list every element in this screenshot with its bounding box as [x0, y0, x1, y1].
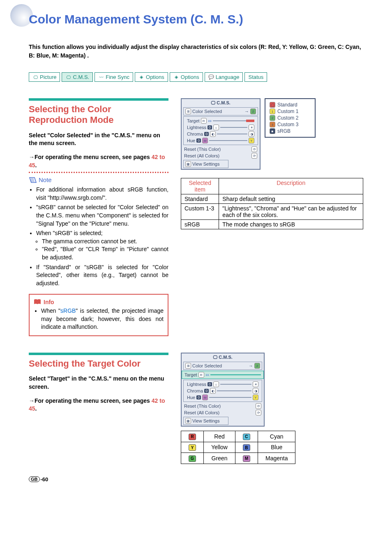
r-chip-icon: R: [198, 372, 204, 378]
table-row: sRGBThe mode changes to sRGB: [181, 220, 363, 229]
cms-icon: 🖵: [65, 74, 71, 80]
table-row: Y Yellow B Blue: [181, 442, 295, 453]
tab-options-1[interactable]: ◈Options: [135, 72, 168, 82]
note-heading: Note: [29, 176, 168, 183]
palette-icon: ⊞: [185, 108, 191, 114]
osd-chroma: Chroma0◐◑: [184, 131, 257, 137]
osd-view-settings: ▦View Settings: [183, 417, 228, 425]
table-row: R Red C Cyan: [181, 431, 295, 442]
chroma-icon: ◐: [210, 388, 216, 394]
osd-reset-this: Reset (This Color)⟳: [182, 403, 264, 409]
section-heading-color-mode: Selecting the Color Reproduction Mode: [29, 104, 168, 126]
custom-1-icon: 1: [270, 108, 275, 114]
custom-2-icon: 2: [254, 363, 260, 369]
note-list: For additional information about sRGB fu…: [29, 186, 168, 287]
view-icon: ▦: [185, 418, 191, 424]
wave-icon: 〰: [98, 74, 104, 80]
b-chip-icon: B: [243, 444, 250, 451]
chroma-icon: ◑: [249, 131, 254, 137]
note-subitem: "Red", "Blue" or "CLR Temp" in "Picture"…: [42, 245, 168, 261]
popup-item-custom2: 2Custom 2: [270, 115, 311, 121]
m-chip-icon: M: [202, 138, 208, 143]
page-footer: GB-60: [29, 476, 363, 482]
table-row: StandardSharp default setting: [181, 194, 363, 204]
tab-cms[interactable]: 🖵C.M.S.: [62, 72, 93, 82]
note-subitem: The gamma correction cannot be set.: [42, 238, 168, 246]
info-list: When "sRGB" is selected, the projected i…: [34, 307, 164, 331]
diamond-icon: ◈: [138, 74, 144, 80]
sun-icon: ☼: [213, 125, 219, 130]
r-chip-icon: R: [201, 118, 207, 124]
osd-chroma: Chroma0◐◑: [184, 388, 261, 394]
info-item: When "sRGB" is selected, the projected i…: [41, 307, 164, 331]
gb-badge: GB: [29, 476, 40, 482]
section-heading-target: Selecting the Target Color: [29, 358, 168, 369]
chroma-icon: ◑: [253, 388, 258, 394]
popup-item-custom3: 3Custom 3: [270, 121, 311, 128]
section-divider: [29, 98, 168, 101]
osd-target-highlighted: TargetR⇔: [182, 371, 264, 379]
page-title: Color Management System (C. M. S.): [29, 12, 363, 26]
view-icon: ▦: [185, 161, 191, 167]
tab-picture[interactable]: 🖵Picture: [29, 72, 60, 82]
custom-2-icon: 2: [250, 108, 256, 114]
diamond-icon: ◈: [173, 74, 179, 80]
info-heading: Info: [34, 299, 164, 305]
description-table: Selected item Description StandardSharp …: [181, 178, 363, 229]
dotted-divider: [29, 172, 168, 173]
table-header-item: Selected item: [181, 178, 219, 194]
reset-icon: ⟳: [251, 146, 257, 152]
note-item: For additional information about sRGB fu…: [36, 186, 168, 202]
table-row: Custom 1-3"Lightness", "Chroma" and "Hue…: [181, 204, 363, 220]
osd-reset-all: Reset (All Colors)⟳: [182, 409, 264, 416]
reset-icon: ⟳: [251, 153, 257, 159]
info-box: Info When "sRGB" is selected, the projec…: [29, 294, 168, 336]
osd-color-selected: ⊞Color Selected→2: [183, 362, 262, 370]
custom-3-icon: 3: [270, 122, 275, 127]
osd-title: 🖵 C.M.S.: [182, 99, 260, 106]
speech-icon: 💬: [208, 74, 214, 80]
tab-fine-sync[interactable]: 〰Fine Sync: [95, 72, 133, 82]
m-chip-icon: M: [202, 395, 208, 400]
g-chip-icon: G: [189, 455, 196, 462]
osd-color-selected: ⊞Color Selected→2: [183, 107, 258, 115]
intro-text: This function allows you individually ad…: [29, 43, 363, 60]
popup-item-custom1: 1Custom 1: [270, 108, 311, 115]
popup-item-standard: ◯Standard: [270, 102, 311, 108]
osd-target: TargetR⇔: [184, 118, 257, 124]
arrow-right-icon: →: [29, 153, 35, 162]
tab-language[interactable]: 💬Language: [205, 72, 243, 82]
m-chip-icon: M: [243, 455, 250, 462]
menu-tab-bar: 🖵Picture 🖵C.M.S. 〰Fine Sync ◈Options ◈Op…: [29, 72, 363, 82]
note-icon: [29, 177, 37, 183]
note-item: "sRGB" cannot be selected for "Color Sel…: [36, 203, 168, 228]
custom-2-icon: 2: [270, 115, 275, 121]
table-row: G Green M Magenta: [181, 453, 295, 464]
note-item: If "Standard" or "sRGB" is selected for …: [36, 263, 168, 288]
osd-menu-2: 🖵 C.M.S. ⊞Color Selected→2 TargetR⇔ Ligh…: [181, 353, 265, 427]
osd-menu-1: 🖵 C.M.S. ⊞Color Selected→2 TargetR⇔ Ligh…: [181, 98, 261, 170]
chroma-icon: ◐: [210, 131, 216, 137]
sun-icon: ☀: [249, 125, 254, 130]
book-icon: [34, 299, 41, 305]
color-selected-popup: ◯Standard 1Custom 1 2Custom 2 3Custom 3 …: [265, 98, 316, 138]
reset-icon: ⟳: [256, 403, 261, 409]
tab-status[interactable]: Status: [244, 72, 267, 82]
note-item: When "sRGB" is selected; The gamma corre…: [36, 229, 168, 261]
srgb-icon: ■: [270, 128, 275, 134]
osd-title: 🖵 C.M.S.: [182, 353, 264, 361]
popup-item-srgb: ■sRGB: [270, 128, 311, 134]
osd-hue: Hue0MY: [184, 137, 257, 144]
tab-options-2[interactable]: ◈Options: [170, 72, 203, 82]
instruction-operate-menu: → For operating the menu screen, see pag…: [29, 153, 168, 169]
osd-reset-all: Reset (All Colors)⟳: [182, 152, 260, 159]
osd-hue: Hue0MY: [184, 394, 261, 401]
c-chip-icon: C: [243, 434, 250, 440]
r-chip-icon: R: [189, 434, 196, 440]
osd-lightness: Lightness0☼☀: [184, 381, 261, 388]
target-color-table: R Red C Cyan Y Yellow B Blue G Green M M…: [181, 431, 295, 464]
srgb-link: sRGB: [60, 307, 76, 314]
picture-icon: 🖵: [32, 74, 38, 80]
table-header-description: Description: [219, 178, 363, 194]
sun-icon: ☀: [253, 381, 258, 387]
